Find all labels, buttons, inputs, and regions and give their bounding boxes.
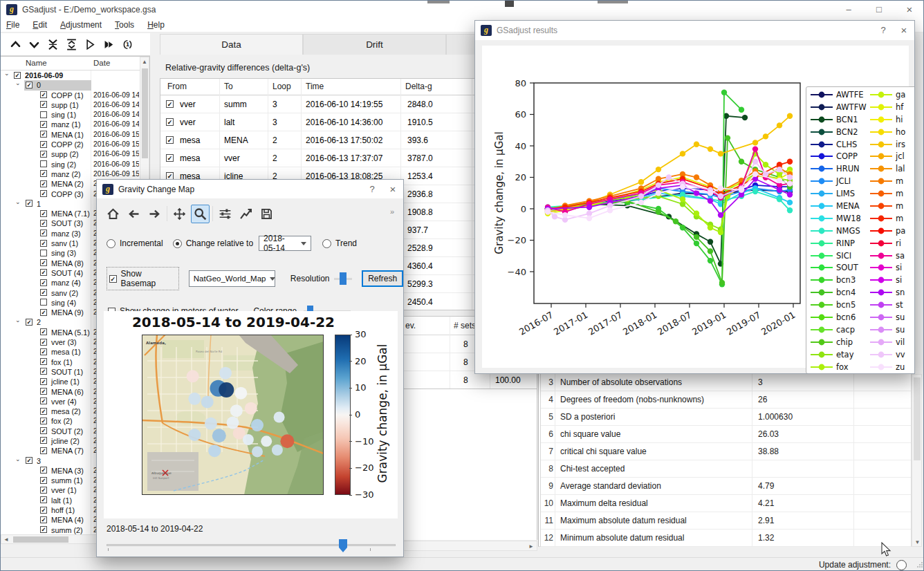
- tree-checkbox[interactable]: [40, 111, 47, 118]
- tree-checkbox[interactable]: ✓: [40, 240, 47, 247]
- nav-button-save[interactable]: [257, 205, 276, 223]
- legend-entry[interactable]: si: [870, 261, 914, 274]
- tree-row[interactable]: ✓manz (1)2016-06-09 14:45: [1, 120, 140, 129]
- nav-button-arrow-right[interactable]: [145, 205, 164, 223]
- tree-row[interactable]: ⌄✓2016-06-09: [1, 71, 140, 80]
- legend-entry[interactable]: RINP: [811, 237, 870, 250]
- scroll-up-arrow[interactable]: ▲: [140, 57, 149, 67]
- tree-header-date[interactable]: Date: [93, 59, 110, 67]
- tree-checkbox[interactable]: [40, 299, 47, 306]
- legend-entry[interactable]: m: [870, 187, 914, 200]
- update-adjustment-indicator[interactable]: [896, 560, 907, 570]
- resolution-slider[interactable]: [334, 272, 351, 286]
- legend-entry[interactable]: su: [870, 311, 914, 324]
- tree-checkbox[interactable]: ✓: [14, 72, 21, 79]
- legend-entry[interactable]: cacp: [811, 324, 870, 336]
- delta-column-header[interactable]: Time: [306, 82, 324, 91]
- close-button[interactable]: ×: [894, 0, 924, 19]
- tree-row[interactable]: ✓supp (2)2016-06-09 15:31: [1, 149, 140, 159]
- tree-checkbox[interactable]: ✓: [40, 220, 47, 227]
- tree-expander-icon[interactable]: ⌄: [15, 198, 21, 205]
- tree-expander-icon[interactable]: ⌄: [15, 456, 21, 462]
- tree-checkbox[interactable]: ✓: [40, 151, 47, 158]
- legend-entry[interactable]: bcn5: [811, 299, 870, 311]
- tree-checkbox[interactable]: ✓: [40, 339, 47, 346]
- legend-entry[interactable]: NMGS: [811, 225, 870, 237]
- tab-drift[interactable]: Drift: [303, 34, 446, 55]
- tree-checkbox[interactable]: ✓: [40, 507, 47, 514]
- tree-expander-icon[interactable]: ⌄: [15, 79, 21, 86]
- tree-checkbox[interactable]: ✓: [40, 368, 47, 375]
- legend-entry[interactable]: ho: [870, 126, 914, 138]
- legend-entry[interactable]: AWTFW: [811, 101, 870, 113]
- delta-column-header[interactable]: Delta-g: [405, 82, 432, 91]
- tree-checkbox[interactable]: ✓: [40, 131, 47, 138]
- nav-button-magnifier[interactable]: [191, 205, 210, 223]
- stats-table-row[interactable]: 10Maximum delta residual4.21: [541, 495, 911, 512]
- nav-button-line-chart[interactable]: [237, 205, 255, 223]
- tree-header-name[interactable]: Name: [26, 59, 47, 67]
- menu-item-adjustment[interactable]: Adjustment: [60, 20, 102, 30]
- tree-checkbox[interactable]: ✓: [26, 82, 33, 88]
- resize-grip[interactable]: [916, 561, 923, 568]
- time-slider[interactable]: [107, 537, 396, 554]
- legend-entry[interactable]: lal: [870, 162, 914, 175]
- nav-button-home[interactable]: [104, 205, 122, 223]
- tree-checkbox[interactable]: ✓: [40, 91, 47, 98]
- tree-checkbox[interactable]: ✓: [40, 279, 47, 286]
- tree-checkbox[interactable]: ✓: [40, 526, 47, 533]
- legend-entry[interactable]: pa: [870, 225, 914, 237]
- nav-button-sliders[interactable]: [216, 205, 234, 223]
- tree-row[interactable]: ✓supp (1)2016-06-09 14:17: [1, 100, 140, 110]
- tree-row[interactable]: ✓manz (2)2016-06-09 15:56: [1, 169, 140, 179]
- tree-checkbox[interactable]: ✓: [40, 467, 47, 474]
- tree-checkbox[interactable]: ✓: [40, 141, 47, 148]
- legend-entry[interactable]: MENA: [811, 200, 870, 212]
- tree-checkbox[interactable]: ✓: [26, 457, 33, 464]
- menu-item-edit[interactable]: Edit: [33, 20, 47, 30]
- tree-checkbox[interactable]: [40, 160, 47, 167]
- legend-entry[interactable]: hf: [870, 101, 914, 113]
- map-dialog-titlebar[interactable]: g Gravity Change Map ? ×: [97, 180, 403, 198]
- legend-entry[interactable]: MW18: [811, 212, 870, 225]
- tree-checkbox[interactable]: ✓: [40, 496, 47, 503]
- legend-entry[interactable]: bcn6: [811, 311, 870, 324]
- close-button[interactable]: ×: [894, 21, 914, 40]
- stats-table-row[interactable]: 4Degrees of freedom (nobs-nunknowns)26: [541, 391, 911, 409]
- row-checkbox[interactable]: ✓: [166, 136, 174, 144]
- help-button[interactable]: ?: [873, 21, 894, 40]
- menu-item-tools[interactable]: Tools: [115, 20, 134, 30]
- delta-column-header[interactable]: Loop: [272, 82, 291, 91]
- tree-checkbox[interactable]: ✓: [40, 378, 47, 385]
- legend-entry[interactable]: su: [870, 324, 914, 336]
- legend-entry[interactable]: vv: [870, 348, 914, 361]
- help-button[interactable]: ?: [362, 180, 382, 199]
- legend-entry[interactable]: chip: [811, 336, 870, 348]
- tree-checkbox[interactable]: ✓: [40, 269, 47, 276]
- close-button[interactable]: ×: [382, 180, 403, 199]
- tree-row[interactable]: sing (2)2016-06-09 15:44: [1, 160, 140, 169]
- nav-button-move[interactable]: [170, 205, 189, 223]
- maximize-button[interactable]: □: [864, 0, 894, 19]
- tree-checkbox[interactable]: ✓: [40, 408, 47, 415]
- tree-checkbox[interactable]: ✓: [40, 289, 47, 296]
- tree-checkbox[interactable]: ✓: [40, 487, 47, 494]
- tree-row[interactable]: ⌄✓0: [1, 80, 140, 90]
- tree-expander-icon[interactable]: ⌄: [15, 317, 21, 324]
- tree-checkbox[interactable]: ✓: [40, 328, 47, 335]
- legend-entry[interactable]: SOUT: [811, 261, 870, 274]
- legend-entry[interactable]: AWTFE: [811, 88, 870, 101]
- tree-checkbox[interactable]: ✓: [40, 259, 47, 266]
- legend-entry[interactable]: ga: [870, 88, 914, 101]
- radio-incremental[interactable]: [107, 239, 115, 248]
- tree-row[interactable]: sing (1)2016-06-09 14:31: [1, 110, 140, 120]
- tree-checkbox[interactable]: ✓: [40, 358, 47, 365]
- legend-entry[interactable]: vil: [870, 336, 914, 348]
- show-basemap-checkbox[interactable]: ✓: [109, 275, 117, 283]
- tree-row[interactable]: ✓MENA (1)2016-06-09 15:04: [1, 130, 140, 140]
- toolbar-overflow-chevron[interactable]: »: [390, 207, 394, 216]
- tree-checkbox[interactable]: ✓: [40, 516, 47, 523]
- tree-checkbox[interactable]: ✓: [40, 230, 47, 236]
- toolbar-button-flag-outline[interactable]: [81, 35, 100, 53]
- legend-entry[interactable]: CLHS: [811, 138, 870, 151]
